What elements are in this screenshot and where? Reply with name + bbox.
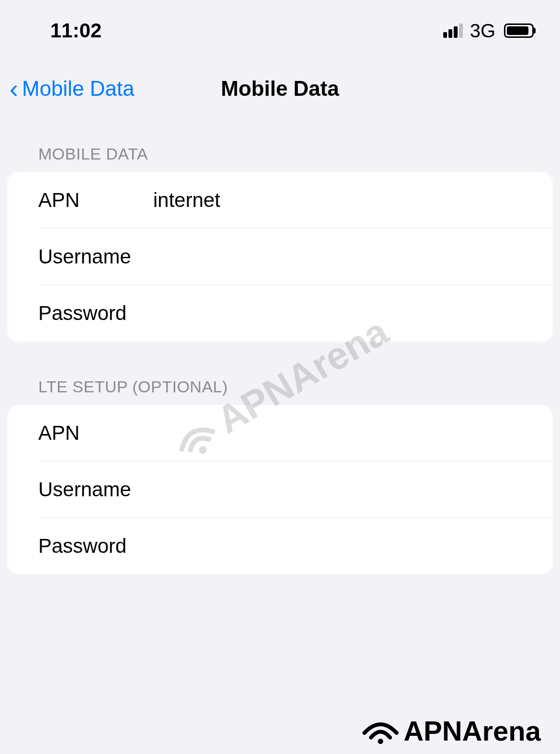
- chevron-left-icon: ‹: [10, 76, 18, 102]
- navigation-bar: ‹ Mobile Data Mobile Data: [0, 52, 560, 116]
- svg-point-1: [378, 739, 383, 744]
- label-username: Username: [38, 245, 153, 268]
- watermark-bottom: APNArena: [361, 715, 541, 747]
- row-username: Username: [38, 228, 553, 285]
- input-lte-username[interactable]: [153, 478, 538, 501]
- label-apn: APN: [38, 189, 153, 212]
- row-lte-apn: APN: [38, 405, 553, 461]
- back-label: Mobile Data: [22, 77, 134, 101]
- input-username[interactable]: [153, 245, 538, 268]
- row-lte-username: Username: [38, 461, 553, 518]
- watermark-text-bottom: APNArena: [403, 715, 541, 747]
- input-apn[interactable]: [153, 189, 538, 212]
- section-header-mobile-data: MOBILE DATA: [7, 145, 553, 172]
- status-bar: 11:02 3G: [0, 0, 560, 52]
- status-indicators: 3G: [443, 20, 534, 42]
- input-lte-password[interactable]: [153, 535, 538, 558]
- input-password[interactable]: [153, 302, 538, 325]
- status-time: 11:02: [50, 19, 101, 42]
- row-password: Password: [7, 285, 553, 342]
- battery-icon: [504, 23, 534, 38]
- row-apn: APN: [38, 172, 553, 228]
- back-button[interactable]: ‹ Mobile Data: [10, 76, 134, 102]
- label-lte-apn: APN: [38, 422, 153, 445]
- section-lte: APN Username Password: [7, 405, 553, 574]
- network-type: 3G: [470, 20, 495, 42]
- row-lte-password: Password: [7, 518, 553, 574]
- page-title: Mobile Data: [221, 77, 339, 101]
- input-lte-apn[interactable]: [153, 422, 538, 445]
- label-lte-password: Password: [38, 535, 153, 558]
- wifi-icon: [361, 717, 400, 745]
- section-header-lte: LTE SETUP (OPTIONAL): [7, 377, 553, 405]
- label-lte-username: Username: [38, 478, 153, 501]
- label-password: Password: [38, 302, 153, 325]
- signal-strength-icon: [443, 23, 463, 38]
- content: MOBILE DATA APN Username Password LTE SE…: [0, 145, 560, 574]
- section-mobile-data: APN Username Password: [7, 172, 553, 342]
